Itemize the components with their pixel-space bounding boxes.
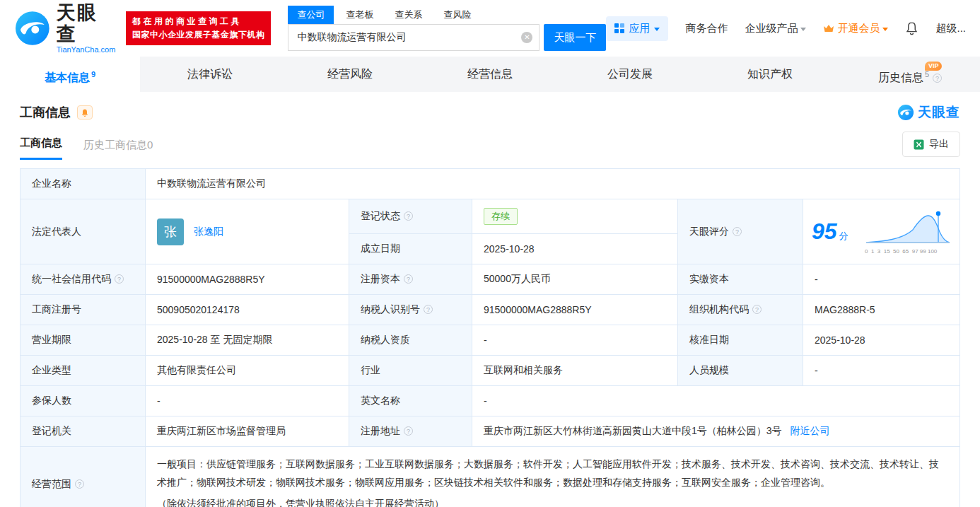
search-tab-risk[interactable]: 查风险	[434, 6, 480, 24]
tab-history-info[interactable]: 历史信息VIP5	[840, 57, 980, 92]
logo-text: 天眼查 TianYanCha.com	[57, 3, 117, 54]
table-row: 法定代表人 张 张逸阳 登记状态 存续 天眼评分 95分	[21, 199, 960, 234]
search-tab-boss[interactable]: 查老板	[337, 6, 383, 24]
enterprise-products-menu[interactable]: 企业级产品	[745, 22, 806, 35]
tab-operating-info[interactable]: 经营信息	[420, 57, 560, 92]
slogan-line-2: 国家中小企业发展子基金旗下机构	[132, 28, 265, 42]
establish-date-label: 成立日期	[349, 234, 472, 264]
subtab-history-business-info[interactable]: 历史工商信息0	[83, 139, 153, 160]
search-tab-relation[interactable]: 查关系	[385, 6, 431, 24]
info-icon[interactable]	[404, 426, 413, 436]
search-tabs: 查公司 查老板 查关系 查风险	[288, 6, 606, 24]
slogan-line-1: 都在用的商业查询工具	[132, 15, 265, 28]
reg-capital-value: 50000万人民币	[472, 264, 678, 295]
establish-date-value: 2025-10-28	[472, 234, 678, 264]
score-label: 天眼评分	[678, 199, 803, 264]
tab-intellectual-property-label: 知识产权	[747, 68, 793, 80]
search-input[interactable]	[288, 24, 539, 51]
logo-text-en: TianYanCha.com	[57, 45, 117, 54]
info-icon[interactable]	[424, 305, 433, 314]
tianyancha-logo[interactable]: 天眼查 TianYanCha.com	[14, 3, 117, 54]
table-row: 企业类型 其他有限责任公司 行业 互联网和相关服务 人员规模 -	[21, 356, 960, 386]
tianyancha-watermark: 天眼查	[897, 103, 960, 122]
tab-basic-info[interactable]: 基本信息9	[0, 57, 140, 92]
apps-menu[interactable]: 应用	[606, 16, 668, 41]
legal-rep-link[interactable]: 张逸阳	[194, 225, 223, 236]
reg-address-value: 重庆市两江新区大竹林街道高新园黄山大道中段1号（柏林公园）3号 附近公司	[472, 416, 960, 447]
nearby-companies-link[interactable]: 附近公司	[790, 425, 829, 436]
chevron-down-icon	[654, 28, 660, 31]
english-name-value: -	[472, 386, 960, 416]
logo-text-cn: 天眼查	[57, 3, 117, 45]
tianyancha-logo-icon	[14, 10, 51, 47]
tab-intellectual-property[interactable]: 知识产权	[700, 57, 840, 92]
main-content: 工商信息 天眼查 工商信息 历史工商信息0 导出	[0, 103, 980, 507]
reg-address-label: 注册地址	[349, 416, 472, 447]
taxpayer-quality-value: -	[472, 325, 678, 356]
search-button[interactable]: 天眼一下	[544, 24, 606, 51]
insured-count-value: -	[146, 386, 349, 416]
business-term-label: 营业期限	[21, 325, 146, 356]
paid-capital-value: -	[803, 264, 960, 295]
info-icon[interactable]	[733, 227, 742, 236]
reg-capital-label: 注册资本	[349, 264, 472, 295]
company-name-label: 企业名称	[21, 169, 146, 199]
score-axis-labels: 0 1 3 15 50 65 97 99 100	[865, 248, 951, 255]
business-info-table: 企业名称 中数联物流运营有限公司 法定代表人 张 张逸阳 登记状态 存续 天眼评…	[20, 168, 960, 507]
tab-history-info-label: 历史信息	[878, 71, 923, 83]
industry-label: 行业	[349, 356, 472, 386]
info-icon[interactable]	[752, 305, 762, 314]
slogan-badge: 都在用的商业查询工具 国家中小企业发展子基金旗下机构	[126, 11, 272, 45]
tab-legal-litigation[interactable]: 法律诉讼	[140, 57, 280, 92]
info-icon[interactable]	[933, 74, 942, 83]
notification-bell-icon[interactable]	[905, 21, 918, 35]
reg-status-label: 登记状态	[349, 199, 472, 234]
info-icon[interactable]	[404, 274, 413, 284]
export-button[interactable]: 导出	[902, 132, 960, 157]
tab-operating-risk-label: 经营风险	[327, 68, 373, 80]
subtab-row: 工商信息 历史工商信息0 导出	[20, 132, 960, 160]
watermark-text: 天眼查	[918, 103, 960, 122]
enterprise-products-label: 企业级产品	[745, 22, 798, 35]
open-vip-menu[interactable]: 开通会员	[823, 22, 888, 35]
info-icon[interactable]	[75, 479, 84, 489]
vip-badge: VIP	[925, 62, 943, 71]
taxpayer-id-label: 纳税人识别号	[349, 295, 472, 325]
english-name-label: 英文名称	[349, 386, 472, 416]
info-icon[interactable]	[115, 274, 124, 284]
section-title: 工商信息	[20, 104, 71, 121]
tab-history-info-count: 5	[925, 70, 929, 78]
monitor-bell-icon[interactable]	[77, 105, 93, 120]
score-unit: 分	[839, 231, 848, 241]
top-header: 天眼查 TianYanCha.com 都在用的商业查询工具 国家中小企业发展子基…	[0, 0, 980, 57]
business-scope-text: 一般项目：供应链管理服务；互联网数据服务；工业互联网数据服务；大数据服务；软件开…	[157, 455, 948, 492]
reg-status-value: 存续	[472, 199, 678, 234]
tab-company-development[interactable]: 公司发展	[560, 57, 700, 92]
taxpayer-id-value: 91500000MAG2888R5Y	[472, 295, 678, 325]
company-type-value: 其他有限责任公司	[146, 356, 349, 386]
score-number: 95分	[812, 218, 848, 245]
paid-capital-label: 实缴资本	[678, 264, 803, 295]
table-row: 企业名称 中数联物流运营有限公司	[21, 169, 960, 199]
table-row: 营业期限 2025-10-28 至 无固定期限 纳税人资质 - 核准日期 202…	[21, 325, 960, 356]
search-tab-company[interactable]: 查公司	[288, 6, 334, 24]
industry-value: 互联网和相关服务	[472, 356, 678, 386]
apps-grid-icon	[614, 23, 624, 33]
status-badge: 存续	[484, 208, 518, 225]
subtab-business-info[interactable]: 工商信息	[20, 136, 62, 160]
legal-rep-avatar[interactable]: 张	[157, 218, 184, 245]
business-scope-label: 经营范围	[21, 447, 146, 507]
legal-rep-value: 张 张逸阳	[146, 199, 349, 264]
super-vip-label: 超级...	[935, 22, 966, 35]
info-icon[interactable]	[404, 211, 413, 221]
table-row: 工商注册号 500905020124178 纳税人识别号 91500000MAG…	[21, 295, 960, 325]
reg-number-value: 500905020124178	[146, 295, 349, 325]
table-row: 参保人数 - 英文名称 -	[21, 386, 960, 416]
tab-operating-risk[interactable]: 经营风险	[280, 57, 420, 92]
tab-basic-info-label: 基本信息	[45, 71, 90, 83]
tab-legal-litigation-label: 法律诉讼	[187, 68, 233, 80]
tab-basic-info-count: 9	[91, 70, 95, 78]
business-cooperation-link[interactable]: 商务合作	[685, 22, 728, 35]
super-vip-link[interactable]: 超级...	[935, 22, 966, 35]
business-scope-note: （除依法须经批准的项目外，凭营业执照依法自主开展经营活动）	[157, 495, 948, 507]
